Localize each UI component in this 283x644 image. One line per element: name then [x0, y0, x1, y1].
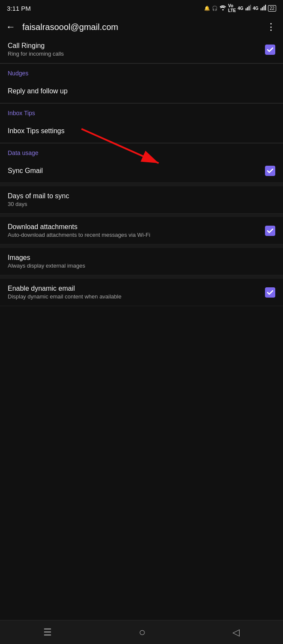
thick-divider-2 [0, 214, 283, 217]
images-title: Images [8, 254, 275, 262]
svg-rect-7 [265, 5, 266, 10]
sync-gmail-item[interactable]: Sync Gmail [0, 159, 283, 183]
call-ringing-title: Call Ringing [8, 42, 265, 50]
vo-lte-icon: VoLTE [228, 3, 236, 13]
svg-rect-5 [262, 7, 263, 11]
signal-icon-1 [245, 5, 251, 12]
sync-gmail-checkbox[interactable] [265, 166, 275, 176]
status-icons: 🔔 🎧 VoLTE 4G 4G 22 [204, 3, 276, 13]
thick-divider-4 [0, 275, 283, 279]
inbox-tips-settings-title: Inbox Tips settings [8, 127, 275, 135]
battery-icon: 22 [268, 5, 276, 12]
4g-icon-1: 4G [238, 6, 243, 11]
status-time: 3:11 PM [7, 5, 31, 12]
alarm-icon: 🔔 [204, 6, 210, 11]
call-ringing-checkbox[interactable] [265, 45, 275, 55]
more-options-button[interactable]: ⋮ [266, 21, 276, 33]
bottom-padding [0, 306, 283, 336]
reply-followup-item[interactable]: Reply and follow up [0, 79, 283, 103]
svg-rect-0 [245, 8, 246, 10]
days-mail-sync-subtitle: 30 days [8, 201, 275, 207]
nav-home-button[interactable]: ○ [139, 626, 146, 639]
images-item[interactable]: Images Always display external images [0, 248, 283, 275]
status-bar: 3:11 PM 🔔 🎧 VoLTE 4G 4G [0, 0, 283, 15]
download-attachments-item[interactable]: Download attachments Auto-download attac… [0, 217, 283, 244]
inbox-tips-settings-item[interactable]: Inbox Tips settings [0, 119, 283, 143]
settings-container: Call Ringing Ring for incoming calls Nud… [0, 39, 283, 306]
call-ringing-subtitle: Ring for incoming calls [8, 51, 265, 57]
reply-followup-title: Reply and follow up [8, 87, 275, 95]
svg-rect-3 [250, 5, 251, 10]
thick-divider-1 [0, 183, 283, 186]
download-attachments-checkbox[interactable] [265, 226, 275, 236]
4g-icon-2: 4G [253, 6, 259, 11]
download-attachments-title: Download attachments [8, 223, 265, 231]
enable-dynamic-email-item[interactable]: Enable dynamic email Display dynamic ema… [0, 279, 283, 306]
header: ← faisalrasoool@gmail.com ⋮ [0, 15, 283, 39]
days-mail-sync-item[interactable]: Days of mail to sync 30 days [0, 186, 283, 214]
wifi-icon [220, 5, 226, 12]
call-ringing-item[interactable]: Call Ringing Ring for incoming calls [0, 39, 283, 63]
back-button[interactable]: ← [4, 20, 17, 34]
signal-icon-2 [260, 5, 266, 12]
enable-dynamic-email-checkbox[interactable] [265, 287, 275, 298]
nav-hamburger-button[interactable]: ☰ [43, 627, 52, 638]
sync-gmail-title: Sync Gmail [8, 167, 265, 175]
thick-divider-3 [0, 244, 283, 248]
svg-rect-4 [261, 8, 262, 10]
headphone-icon: 🎧 [212, 6, 218, 11]
inbox-tips-section-header: Inbox Tips [0, 104, 283, 119]
images-subtitle: Always display external images [8, 262, 275, 269]
svg-rect-6 [264, 6, 265, 10]
header-title: faisalrasoool@gmail.com [22, 22, 261, 32]
svg-rect-1 [247, 7, 248, 11]
nav-back-button[interactable]: ◁ [232, 627, 240, 638]
enable-dynamic-email-subtitle: Display dynamic email content when avail… [8, 293, 265, 300]
nav-bar: ☰ ○ ◁ [0, 620, 283, 644]
nudges-section-header: Nudges [0, 64, 283, 79]
svg-rect-2 [248, 6, 249, 10]
days-mail-sync-title: Days of mail to sync [8, 192, 275, 200]
enable-dynamic-email-title: Enable dynamic email [8, 285, 265, 292]
data-usage-section-header: Data usage [0, 143, 283, 159]
download-attachments-subtitle: Auto-download attachments to recent mess… [8, 232, 265, 238]
